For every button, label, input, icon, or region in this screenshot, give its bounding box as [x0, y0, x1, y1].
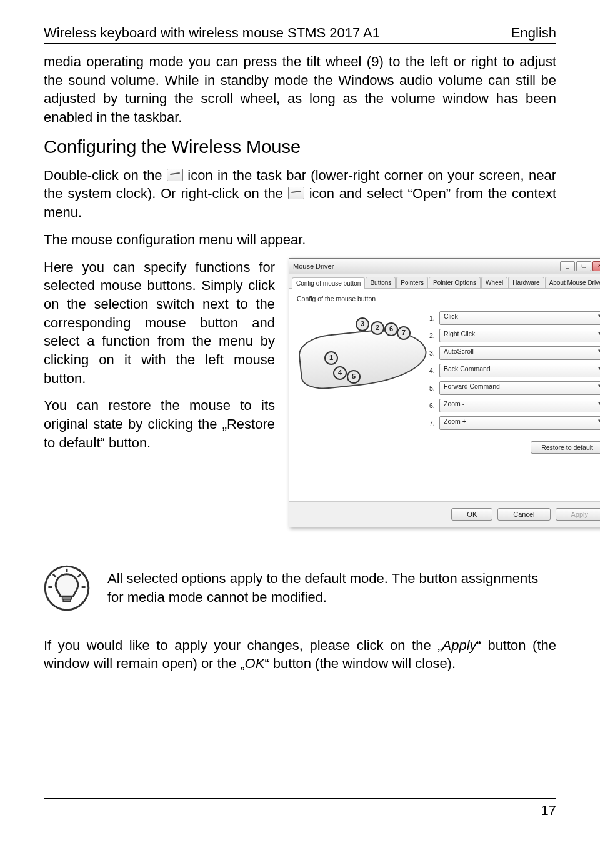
opt-label: 4.	[429, 367, 439, 374]
mouse-tray-icon	[288, 187, 304, 199]
text-segment: Double-click on the	[44, 167, 167, 183]
dialog-titlebar: Mouse Driver _ ▢ ✕	[289, 259, 600, 274]
options-column: 1.Click 2.Right Click 3.AutoScroll 4.Bac…	[429, 309, 600, 491]
restore-default-button[interactable]: Restore to default	[531, 441, 600, 454]
select-button-6[interactable]: Zoom -	[439, 399, 600, 412]
opt-label: 6.	[429, 402, 439, 409]
select-button-5[interactable]: Forward Command	[439, 381, 600, 395]
dialog-tabbar: Config of mouse button Buttons Pointers …	[289, 274, 600, 289]
maximize-button[interactable]: ▢	[576, 261, 591, 271]
page-number: 17	[541, 802, 556, 818]
lightbulb-icon	[44, 565, 90, 611]
text-segment: “ button (the window will close).	[264, 656, 456, 671]
select-button-7[interactable]: Zoom +	[439, 416, 600, 430]
tab-buttons[interactable]: Buttons	[366, 277, 396, 288]
close-button[interactable]: ✕	[592, 261, 600, 271]
tab-about[interactable]: About Mouse Driver	[545, 277, 600, 288]
section-heading: Configuring the Wireless Mouse	[44, 137, 556, 157]
ok-italic: OK	[245, 656, 265, 671]
page-header: Wireless keyboard with wireless mouse ST…	[44, 25, 556, 44]
tab-config[interactable]: Config of mouse button	[292, 277, 365, 289]
paragraph-intro: media operating mode you can press the t…	[44, 52, 556, 127]
apply-italic: Apply	[442, 637, 477, 653]
paragraph-menu-appear: The mouse configuration menu will appear…	[44, 231, 556, 249]
apply-button[interactable]: Apply	[556, 508, 600, 521]
tab-pointer-options[interactable]: Pointer Options	[429, 277, 481, 288]
ok-button[interactable]: OK	[451, 508, 492, 521]
header-left: Wireless keyboard with wireless mouse ST…	[44, 25, 380, 41]
select-button-4[interactable]: Back Command	[439, 364, 600, 377]
note-text: All selected options apply to the defaul…	[108, 569, 556, 606]
note-row: All selected options apply to the defaul…	[44, 565, 556, 611]
minimize-button[interactable]: _	[560, 261, 575, 271]
paragraph-apply-changes: If you would like to apply your changes,…	[44, 636, 556, 673]
opt-label: 3.	[429, 349, 439, 357]
svg-rect-2	[63, 599, 71, 601]
select-button-1[interactable]: Click	[439, 311, 600, 325]
opt-label: 5.	[429, 384, 439, 392]
tab-wheel[interactable]: Wheel	[481, 277, 508, 288]
paragraph-doubleclick: Double-click on the icon in the task bar…	[44, 166, 556, 222]
mouse-diagram: 1 2 3 4 5 6 7	[297, 309, 422, 396]
dialog-section-title: Config of the mouse button	[297, 295, 600, 302]
opt-label: 7.	[429, 419, 439, 427]
mouse-tray-icon	[167, 169, 183, 181]
opt-label: 1.	[429, 314, 439, 322]
header-right: English	[511, 25, 556, 41]
select-button-3[interactable]: AutoScroll	[439, 346, 600, 360]
opt-label: 2.	[429, 332, 439, 339]
text-segment: If you would like to apply your changes,…	[44, 637, 442, 653]
paragraph-restore-default: You can restore the mouse to its origina…	[44, 396, 275, 452]
tab-pointers[interactable]: Pointers	[396, 277, 428, 288]
paragraph-specify-functions: Here you can specify functions for selec…	[44, 258, 275, 388]
select-button-2[interactable]: Right Click	[439, 329, 600, 342]
dialog-title: Mouse Driver	[293, 262, 334, 270]
page-footer: 17	[44, 798, 556, 819]
cancel-button[interactable]: Cancel	[498, 508, 550, 521]
mouse-driver-dialog: Mouse Driver _ ▢ ✕ Config of mouse butto…	[289, 258, 600, 527]
tab-hardware[interactable]: Hardware	[508, 277, 544, 288]
